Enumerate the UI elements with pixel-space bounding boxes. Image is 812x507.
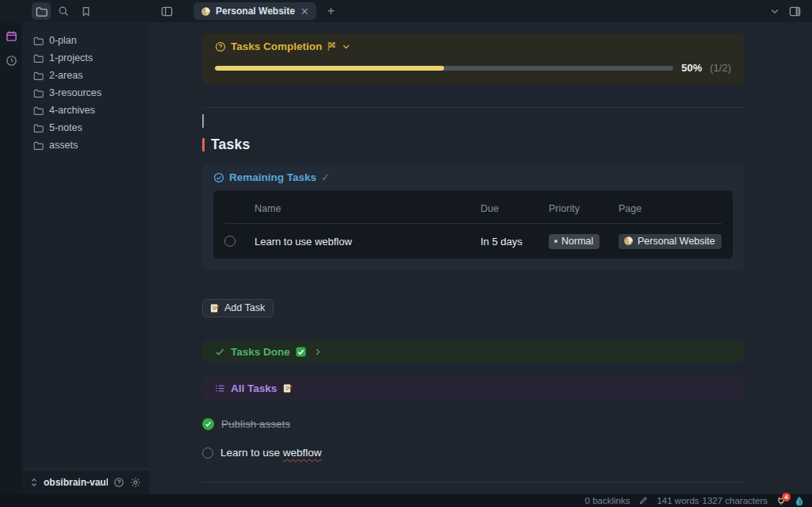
palette-icon [623, 236, 634, 246]
checklist-item-label[interactable]: Publish assets [221, 418, 290, 430]
topbar-middle: Personal Website ✕ + [149, 2, 770, 20]
up-down-arrows-icon [30, 478, 38, 487]
progress-fill [215, 66, 444, 71]
table-header-row: Name Due Priority Page [224, 194, 722, 224]
tasks-done-title: Tasks Done [231, 346, 290, 358]
plugin-update-badge: 4 [782, 493, 791, 501]
palette-icon [201, 6, 211, 17]
folder-icon [33, 53, 44, 63]
chevron-down-icon[interactable] [342, 42, 350, 51]
list-icon [215, 383, 225, 394]
priority-badge[interactable]: Normal [549, 234, 599, 249]
sidebar-item-5-notes[interactable]: 5-notes [22, 119, 149, 136]
page-link[interactable]: Personal Website [619, 234, 722, 249]
search-icon [58, 6, 69, 17]
edit-pencil-icon[interactable] [638, 496, 648, 505]
tasks-completion-callout[interactable]: Tasks Completion 50% (1/2) [202, 33, 744, 84]
progress-fraction: (1/2) [710, 62, 731, 74]
folder-icon [33, 88, 44, 98]
tasks-completion-title-row[interactable]: Tasks Completion [215, 40, 731, 52]
unchecked-circle-icon[interactable] [202, 447, 213, 459]
checklist-item-done: Publish assets [202, 418, 744, 430]
checkered-flag-icon [327, 41, 337, 52]
bookmarks-button[interactable] [76, 2, 95, 20]
folder-label: assets [49, 140, 78, 151]
folder-label: 1-projects [49, 52, 93, 63]
heading-text: Tasks [211, 136, 250, 153]
heading-accent-bar [202, 138, 205, 152]
page-link-label: Personal Website [638, 236, 715, 247]
plugin-status[interactable]: 4 [776, 496, 786, 505]
task-name[interactable]: Learn to use webflow [255, 236, 481, 248]
sidebar-item-assets[interactable]: assets [22, 136, 149, 154]
folder-icon [33, 36, 44, 46]
add-task-label: Add Task [224, 302, 265, 313]
left-ribbon [0, 22, 22, 494]
folder-icon [36, 6, 48, 17]
tab-close-icon[interactable]: ✕ [300, 6, 310, 17]
gear-icon[interactable] [130, 477, 141, 488]
sync-droplet-icon[interactable] [795, 496, 804, 506]
obsidian-app: Personal Website ✕ + [0, 0, 812, 507]
clock-icon[interactable] [6, 55, 17, 67]
sidebar-item-4-archives[interactable]: 4-archives [22, 102, 149, 119]
task-due: In 5 days [481, 236, 549, 248]
help-circle-icon[interactable] [113, 477, 124, 488]
bookmark-icon [81, 6, 91, 17]
left-sidebar-toggle-button[interactable] [157, 2, 176, 20]
sidebar-item-3-resources[interactable]: 3-resources [22, 84, 149, 102]
tasks-done-callout[interactable]: Tasks Done [202, 340, 744, 363]
vault-switcher[interactable]: obsibrain-vault [22, 469, 149, 494]
checklist-item-open: Learn to use webflow [202, 447, 744, 459]
all-tasks-callout[interactable]: All Tasks [202, 376, 744, 400]
character-count: 1327 characters [703, 496, 768, 505]
word-count: 141 words [657, 496, 699, 505]
remaining-tasks-table: Name Due Priority Page Learn to use webf… [213, 190, 733, 259]
priority-label: Normal [561, 236, 593, 247]
task-checkbox[interactable] [224, 236, 236, 247]
check-icon: ✓ [321, 171, 330, 183]
all-tasks-title: All Tasks [231, 382, 277, 394]
remaining-tasks-title-row[interactable]: Remaining Tasks ✓ [213, 171, 733, 183]
folder-icon [33, 140, 44, 151]
folder-icon [33, 123, 44, 133]
topbar: Personal Website ✕ + [0, 0, 812, 22]
memo-icon [209, 303, 220, 313]
chevron-down-icon[interactable] [770, 6, 779, 16]
new-tab-button[interactable]: + [323, 4, 339, 18]
table-row: Learn to use webflow In 5 days Normal Pe… [224, 224, 722, 259]
tab-personal-website[interactable]: Personal Website ✕ [193, 2, 316, 20]
backlinks-count[interactable]: 0 backlinks [585, 496, 630, 505]
panel-right-icon[interactable] [789, 6, 801, 17]
task-page-cell: Personal Website [619, 234, 722, 249]
progress-percent: 50% [681, 62, 702, 74]
priority-dot-icon [554, 240, 557, 243]
remaining-tasks-callout: Remaining Tasks ✓ Name Due Priority Page… [202, 164, 744, 270]
checklist-item-label[interactable]: Learn to use webflow [220, 447, 322, 459]
checked-circle-icon[interactable] [202, 418, 214, 430]
search-button[interactable] [54, 2, 73, 20]
memo-icon [282, 383, 293, 394]
files-toggle-button[interactable] [32, 2, 51, 20]
sidebar-item-0-plan[interactable]: 0-plan [22, 32, 149, 49]
file-explorer: 0-plan 1-projects 2-areas 3-resources 4-… [22, 22, 149, 494]
column-header-due: Due [481, 203, 549, 214]
sidebar-item-1-projects[interactable]: 1-projects [22, 49, 149, 67]
completion-progress-row: 50% (1/2) [215, 62, 731, 74]
task-priority-cell: Normal [549, 233, 619, 249]
tasks-heading: Tasks [202, 136, 744, 153]
empty-line[interactable] [202, 113, 744, 128]
help-circle-icon [215, 41, 226, 52]
tasks-completion-title: Tasks Completion [231, 40, 322, 52]
calendar-icon[interactable] [6, 30, 17, 42]
chevron-right-icon[interactable] [313, 348, 322, 356]
folder-label: 2-areas [49, 70, 82, 81]
misspelled-word: webflow [283, 447, 322, 459]
folder-label: 5-notes [49, 122, 82, 133]
column-header-priority: Priority [549, 203, 619, 214]
word-char-count[interactable]: 141 words 1327 characters [657, 496, 768, 505]
vault-name: obsibrain-vault [44, 477, 108, 488]
checklist-item-text: Learn to use [220, 447, 283, 459]
sidebar-item-2-areas[interactable]: 2-areas [22, 67, 149, 84]
add-task-button[interactable]: Add Task [202, 299, 274, 317]
